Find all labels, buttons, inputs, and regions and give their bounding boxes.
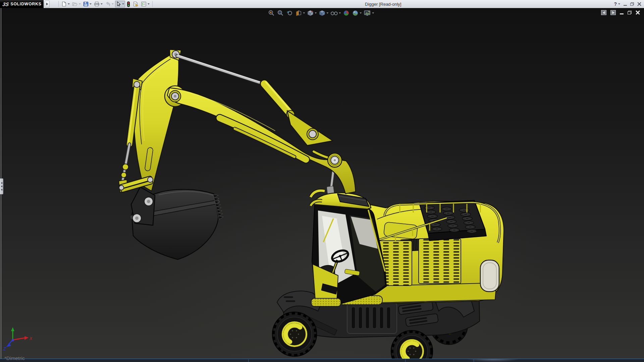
undo-dropdown[interactable] — [112, 3, 114, 5]
restore-button[interactable] — [630, 2, 634, 6]
apply-scene-icon — [352, 10, 359, 16]
view-orientation-icon — [307, 10, 314, 16]
view-orientation-button[interactable] — [306, 9, 317, 17]
undo-button[interactable] — [104, 1, 115, 7]
quick-access-toolbar — [57, 1, 154, 8]
traffic-light-icon — [126, 1, 130, 7]
collapse-left-pane-button[interactable] — [601, 10, 606, 15]
collapse-arrow-icon — [1, 189, 2, 191]
zoom-to-fit-button[interactable] — [267, 9, 275, 17]
select-dropdown[interactable] — [122, 3, 124, 5]
document-window-controls — [601, 10, 640, 15]
y-axis-arrow — [11, 327, 14, 331]
toolbar-separator — [152, 1, 153, 7]
print-button[interactable] — [93, 1, 104, 7]
solidworks-window: 3S SOLIDWORKS — [0, 0, 644, 362]
zoom-to-area-button[interactable] — [276, 9, 284, 17]
model-scene[interactable]: X Z — [0, 8, 644, 362]
print-dropdown[interactable] — [101, 3, 103, 5]
edit-appearance-icon — [342, 10, 350, 16]
section-view-button[interactable] — [294, 9, 305, 17]
help-icon: ? — [614, 1, 617, 7]
options-icon — [141, 1, 147, 7]
engine-cover — [419, 200, 486, 241]
pane-right-icon — [613, 12, 614, 14]
previous-view-icon — [286, 10, 293, 16]
save-dropdown[interactable] — [90, 3, 92, 5]
toolbar-separator — [58, 1, 59, 7]
file-properties-button[interactable] — [132, 1, 140, 7]
z-axis-label: Z — [3, 347, 6, 351]
wheel — [272, 312, 317, 356]
view-orientation-dropdown[interactable] — [315, 12, 317, 14]
previous-view-button[interactable] — [285, 9, 293, 17]
hide-show-items-button[interactable] — [330, 9, 341, 17]
new-document-dropdown[interactable] — [68, 3, 70, 5]
document-close-button[interactable] — [636, 10, 640, 15]
section-view-dropdown[interactable] — [303, 12, 305, 14]
save-floppy-icon — [83, 1, 89, 7]
ds-logo-icon: 3S — [2, 1, 9, 7]
edit-appearance-button[interactable] — [342, 9, 350, 17]
select-button[interactable] — [115, 1, 125, 7]
solidworks-logo: 3S SOLIDWORKS — [0, 0, 44, 8]
feature-manager-expand-tab[interactable] — [0, 178, 3, 194]
expand-arrow-icon — [46, 3, 48, 5]
undo-arrow-icon — [105, 1, 111, 7]
file-properties-icon — [133, 1, 139, 7]
options-button[interactable] — [140, 1, 151, 7]
side-vent-right — [419, 239, 461, 284]
print-icon — [94, 1, 100, 7]
select-cursor-icon — [116, 1, 121, 7]
open-folder-icon — [72, 1, 78, 7]
help-button[interactable]: ? — [614, 1, 620, 7]
bucket-bracket — [131, 187, 155, 225]
new-document-button[interactable] — [60, 1, 71, 7]
titlebar: 3S SOLIDWORKS — [0, 0, 644, 8]
options-dropdown[interactable] — [148, 3, 150, 5]
pane-left-icon — [603, 12, 604, 14]
open-button[interactable] — [71, 1, 82, 7]
zoom-to-area-icon — [277, 10, 284, 16]
new-document-icon — [61, 1, 67, 7]
view-orientation-label: *Dimetric — [4, 355, 25, 361]
section-view-icon — [295, 10, 302, 16]
apply-scene-button[interactable] — [351, 9, 362, 17]
triad-origin — [12, 339, 14, 342]
display-style-dropdown[interactable] — [326, 12, 328, 14]
zoom-to-fit-icon — [268, 10, 275, 16]
display-style-icon — [318, 10, 326, 16]
save-button[interactable] — [82, 1, 93, 7]
collapse-arrow-icon — [1, 185, 2, 187]
graphics-viewport[interactable]: X Z — [0, 8, 644, 362]
minimize-button[interactable] — [624, 5, 627, 6]
orientation-triad: X Z — [3, 327, 33, 351]
hide-show-items-icon — [330, 10, 338, 16]
document-minimize-button[interactable] — [620, 13, 624, 14]
collapse-arrow-icon — [1, 182, 2, 184]
status-bar — [0, 359, 644, 362]
apply-scene-dropdown[interactable] — [360, 12, 362, 14]
brand-text: SOLIDWORKS — [10, 2, 41, 6]
document-title: Digger [Read-only] — [365, 2, 401, 7]
help-dropdown[interactable] — [618, 3, 620, 5]
boom-pivot — [328, 153, 342, 167]
view-settings-button[interactable] — [363, 9, 374, 17]
view-settings-icon — [363, 10, 371, 16]
display-style-button[interactable] — [318, 9, 329, 17]
x-axis-label: X — [29, 336, 33, 341]
document-restore-button[interactable] — [628, 11, 632, 14]
hide-show-items-dropdown[interactable] — [339, 12, 341, 14]
rebuild-button[interactable] — [125, 1, 131, 8]
stick-arm — [133, 50, 181, 191]
close-button[interactable] — [637, 2, 641, 6]
view-settings-dropdown[interactable] — [372, 12, 374, 14]
x-axis-arrow — [24, 336, 29, 340]
open-dropdown[interactable] — [79, 3, 81, 5]
collapse-right-pane-button[interactable] — [610, 10, 616, 15]
menu-expand-button[interactable] — [45, 1, 50, 7]
heads-up-view-toolbar — [267, 9, 374, 17]
window-controls: ? — [614, 0, 641, 8]
